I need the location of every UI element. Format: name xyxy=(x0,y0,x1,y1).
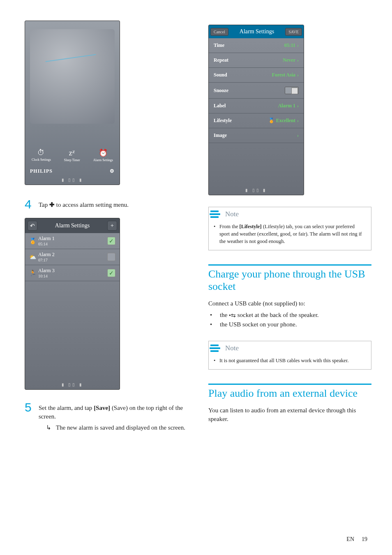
page-number: 19 xyxy=(362,536,367,542)
alarm-list-screenshot: ↶ Alarm Settings + 🏅 Alarm 105:14 ✓ ⛅ Al… xyxy=(25,218,120,390)
label-row: LabelAlarm 1› xyxy=(209,99,304,113)
note-icon xyxy=(209,344,221,353)
cloud-icon: ⛅ xyxy=(29,254,38,261)
bullet-item: the •⇆ socket at the back of the speaker… xyxy=(210,310,371,320)
alarm-row: ⛅ Alarm 207:17 xyxy=(25,249,120,265)
body-text: You can listen to audio from an external… xyxy=(208,406,371,423)
alarm-detail-screenshot: Cancel Alarm Settings SAVE Time05:11› Re… xyxy=(208,25,304,195)
chevron-right-icon: › xyxy=(297,118,299,124)
chevron-right-icon: › xyxy=(297,42,299,49)
runner-icon: 🏃 xyxy=(29,270,38,277)
chevron-right-icon: › xyxy=(297,103,299,109)
chevron-right-icon: › xyxy=(297,132,299,139)
time-row: Time05:11› xyxy=(209,38,304,53)
note-box: Note From the [Lifestyle] (Lifestyle) ta… xyxy=(208,207,371,250)
note-text: It is not guaranteed that all USB cables… xyxy=(214,357,366,364)
step-number: 4 xyxy=(25,197,39,211)
tab-alarm-settings: ⏰Alarm Settings xyxy=(93,148,113,162)
medal-icon: 🏅 xyxy=(268,118,274,124)
usb-icon: •⇆ xyxy=(229,311,236,320)
tab-sleep-timer: zᶻSleep Timer xyxy=(64,148,80,162)
medal-icon: 🏅 xyxy=(29,238,38,245)
analog-clock-face xyxy=(30,29,115,124)
note-title: Note xyxy=(225,344,239,352)
sound-row: SoundForest Asia› xyxy=(209,68,304,83)
intro-text: Connect a USB cable (not supplied) to: xyxy=(208,299,371,308)
step-4: 4 Tap ✚ to access alarm setting menu. xyxy=(25,197,188,211)
section-heading-play: Play audio from an external device xyxy=(208,387,371,400)
tab-clock-settings: ⏱Clock Settings xyxy=(32,148,51,162)
checkbox-icon: ✓ xyxy=(107,237,115,245)
language-label: EN xyxy=(346,536,354,542)
section-divider xyxy=(208,384,371,385)
brand-label: PHILIPS xyxy=(30,168,53,174)
page-indicator: ▮ ▯▯ ▮ xyxy=(209,188,304,192)
section-heading-charge: Charge your phone through the USB socket xyxy=(208,268,371,293)
step-5: 5 Set the alarm, and tap [Save] (Save) o… xyxy=(25,400,188,432)
note-text: From the [Lifestyle] (Lifestyle) tab, yo… xyxy=(214,223,366,245)
note-box: Note It is not guaranteed that all USB c… xyxy=(208,341,371,370)
page-indicator: ▮ ▯▯ ▮ xyxy=(25,178,120,182)
clock-app-screenshot: ⏱Clock Settings zᶻSleep Timer ⏰Alarm Set… xyxy=(25,21,120,185)
alarm-row: 🏃 Alarm 310:14 ✓ xyxy=(25,265,120,281)
bullet-item: the USB socket on your phone. xyxy=(210,320,371,329)
lifestyle-row: Lifestyle🏅Excellent› xyxy=(209,113,304,128)
alarm-row: 🏅 Alarm 105:14 ✓ xyxy=(25,233,120,249)
alarm-gear-icon: ⏰ xyxy=(93,148,113,157)
note-title: Note xyxy=(225,210,239,218)
chevron-right-icon: › xyxy=(297,57,299,63)
save-button: SAVE xyxy=(285,28,302,36)
result-arrow-icon: ↳ xyxy=(46,423,56,432)
toggle-switch xyxy=(285,87,299,94)
page-indicator: ▮ ▯▯ ▮ xyxy=(25,382,120,387)
checkbox-icon xyxy=(107,253,115,261)
clock-gear-icon: ⏱ xyxy=(32,148,51,157)
section-divider xyxy=(208,264,371,266)
note-icon xyxy=(209,210,221,219)
checkbox-icon: ✓ xyxy=(107,269,115,277)
zz-icon: zᶻ xyxy=(64,148,80,157)
plus-icon: ✚ xyxy=(49,201,55,208)
cancel-button: Cancel xyxy=(210,28,228,36)
screen-title: Alarm Settings xyxy=(55,222,90,229)
back-button: ↶ xyxy=(28,221,37,231)
snooze-row: Snooze xyxy=(209,83,304,99)
image-row: Image› xyxy=(209,128,304,143)
page-footer: EN19 xyxy=(346,536,367,543)
chevron-right-icon: › xyxy=(297,72,299,78)
step-number: 5 xyxy=(25,400,39,414)
gear-icon: ⚙ xyxy=(110,168,115,174)
add-alarm-button: + xyxy=(107,221,117,231)
repeat-row: RepeatNever› xyxy=(209,53,304,68)
screen-title: Alarm Settings xyxy=(240,28,274,35)
